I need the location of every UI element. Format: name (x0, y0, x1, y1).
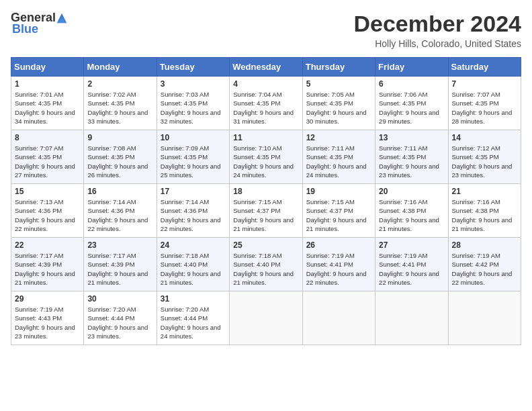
daylight-label: Daylight: 9 hours and 22 minutes. (87, 216, 148, 232)
sunrise-label: Sunrise: 7:14 AM (161, 198, 209, 205)
calendar-day-cell: 24 Sunrise: 7:18 AM Sunset: 4:40 PM Dayl… (157, 238, 229, 291)
calendar-day-cell: 4 Sunrise: 7:04 AM Sunset: 4:35 PM Dayli… (230, 77, 302, 130)
day-number: 13 (379, 133, 444, 142)
daylight-label: Daylight: 9 hours and 25 minutes. (161, 163, 221, 179)
daylight-label: Daylight: 9 hours and 21 minutes. (233, 216, 294, 232)
calendar-day-cell: 27 Sunrise: 7:19 AM Sunset: 4:41 PM Dayl… (375, 238, 448, 291)
day-number: 4 (233, 79, 298, 89)
sunrise-label: Sunrise: 7:16 AM (379, 198, 427, 205)
calendar-week-row: 15 Sunrise: 7:13 AM Sunset: 4:36 PM Dayl… (11, 184, 521, 238)
calendar-table: SundayMondayTuesdayWednesdayThursdayFrid… (11, 57, 521, 345)
day-info: Sunrise: 7:04 AM Sunset: 4:35 PM Dayligh… (233, 90, 298, 126)
sunrise-label: Sunrise: 7:15 AM (306, 198, 355, 205)
calendar-header-sunday: Sunday (11, 58, 84, 77)
sunset-label: Sunset: 4:35 PM (379, 99, 426, 107)
day-number: 20 (379, 187, 444, 196)
calendar-day-cell: 3 Sunrise: 7:03 AM Sunset: 4:35 PM Dayli… (157, 77, 229, 130)
day-info: Sunrise: 7:10 AM Sunset: 4:35 PM Dayligh… (233, 144, 298, 179)
calendar-day-cell: 31 Sunrise: 7:20 AM Sunset: 4:44 PM Dayl… (157, 291, 229, 345)
sunset-label: Sunset: 4:35 PM (15, 99, 62, 107)
calendar-day-cell: 10 Sunrise: 7:09 AM Sunset: 4:35 PM Dayl… (157, 130, 229, 184)
day-number: 27 (379, 240, 444, 250)
calendar-day-cell: 29 Sunrise: 7:19 AM Sunset: 4:43 PM Dayl… (11, 291, 84, 345)
sunrise-label: Sunrise: 7:18 AM (233, 252, 281, 259)
daylight-label: Daylight: 9 hours and 21 minutes. (87, 270, 148, 286)
day-info: Sunrise: 7:13 AM Sunset: 4:36 PM Dayligh… (15, 197, 80, 233)
day-info: Sunrise: 7:19 AM Sunset: 4:42 PM Dayligh… (452, 251, 517, 287)
day-number: 10 (161, 133, 226, 142)
sunset-label: Sunset: 4:36 PM (15, 207, 62, 214)
sunrise-label: Sunrise: 7:08 AM (87, 144, 136, 152)
sunrise-label: Sunrise: 7:07 AM (15, 144, 63, 152)
sunrise-label: Sunrise: 7:02 AM (87, 91, 136, 98)
day-number: 30 (87, 294, 152, 304)
calendar-day-cell: 12 Sunrise: 7:11 AM Sunset: 4:35 PM Dayl… (302, 130, 375, 184)
day-info: Sunrise: 7:01 AM Sunset: 4:35 PM Dayligh… (15, 90, 80, 126)
daylight-label: Daylight: 9 hours and 21 minutes. (306, 216, 367, 232)
sunset-label: Sunset: 4:41 PM (379, 261, 426, 268)
calendar-week-row: 29 Sunrise: 7:19 AM Sunset: 4:43 PM Dayl… (11, 291, 521, 345)
day-info: Sunrise: 7:08 AM Sunset: 4:35 PM Dayligh… (87, 144, 152, 179)
sunrise-label: Sunrise: 7:01 AM (15, 91, 63, 98)
calendar-day-cell: 28 Sunrise: 7:19 AM Sunset: 4:42 PM Dayl… (448, 238, 521, 291)
day-info: Sunrise: 7:20 AM Sunset: 4:44 PM Dayligh… (87, 305, 152, 340)
sunrise-label: Sunrise: 7:10 AM (233, 144, 281, 152)
calendar-empty-cell (448, 291, 521, 345)
calendar-day-cell: 16 Sunrise: 7:14 AM Sunset: 4:36 PM Dayl… (84, 184, 157, 238)
sunrise-label: Sunrise: 7:16 AM (452, 198, 500, 205)
day-info: Sunrise: 7:14 AM Sunset: 4:36 PM Dayligh… (87, 197, 152, 233)
calendar-day-cell: 30 Sunrise: 7:20 AM Sunset: 4:44 PM Dayl… (84, 291, 157, 345)
day-number: 26 (306, 240, 371, 250)
day-info: Sunrise: 7:05 AM Sunset: 4:35 PM Dayligh… (306, 90, 371, 126)
daylight-label: Daylight: 9 hours and 21 minutes. (452, 216, 513, 232)
day-info: Sunrise: 7:09 AM Sunset: 4:35 PM Dayligh… (161, 144, 226, 179)
sunset-label: Sunset: 4:37 PM (233, 207, 280, 214)
day-info: Sunrise: 7:15 AM Sunset: 4:37 PM Dayligh… (233, 197, 298, 233)
day-info: Sunrise: 7:19 AM Sunset: 4:41 PM Dayligh… (306, 251, 371, 287)
day-info: Sunrise: 7:03 AM Sunset: 4:35 PM Dayligh… (161, 90, 226, 126)
sunset-label: Sunset: 4:35 PM (87, 153, 134, 161)
day-info: Sunrise: 7:11 AM Sunset: 4:35 PM Dayligh… (379, 144, 444, 179)
daylight-label: Daylight: 9 hours and 22 minutes. (379, 270, 439, 286)
day-info: Sunrise: 7:07 AM Sunset: 4:35 PM Dayligh… (15, 144, 80, 179)
day-info: Sunrise: 7:20 AM Sunset: 4:44 PM Dayligh… (161, 305, 226, 340)
daylight-label: Daylight: 9 hours and 24 minutes. (306, 163, 367, 179)
day-info: Sunrise: 7:11 AM Sunset: 4:35 PM Dayligh… (306, 144, 371, 179)
calendar-day-cell: 25 Sunrise: 7:18 AM Sunset: 4:40 PM Dayl… (230, 238, 302, 291)
calendar-day-cell: 2 Sunrise: 7:02 AM Sunset: 4:35 PM Dayli… (84, 77, 157, 130)
day-info: Sunrise: 7:02 AM Sunset: 4:35 PM Dayligh… (87, 90, 152, 126)
sunset-label: Sunset: 4:39 PM (87, 261, 134, 268)
sunrise-label: Sunrise: 7:20 AM (161, 306, 209, 313)
daylight-label: Daylight: 9 hours and 33 minutes. (87, 109, 148, 125)
calendar-header-monday: Monday (84, 58, 157, 77)
sunset-label: Sunset: 4:39 PM (15, 261, 62, 268)
sunrise-label: Sunrise: 7:04 AM (233, 91, 281, 98)
day-number: 19 (306, 187, 371, 196)
calendar-day-cell: 20 Sunrise: 7:16 AM Sunset: 4:38 PM Dayl… (375, 184, 448, 238)
day-number: 7 (452, 79, 517, 89)
sunset-label: Sunset: 4:35 PM (161, 99, 208, 107)
sunrise-label: Sunrise: 7:07 AM (452, 91, 500, 98)
title-area: December 2024 Holly Hills, Colorado, Uni… (353, 11, 521, 49)
day-number: 31 (161, 294, 226, 304)
day-number: 29 (15, 294, 80, 304)
sunset-label: Sunset: 4:35 PM (15, 153, 62, 161)
day-number: 23 (87, 240, 152, 250)
day-number: 3 (161, 79, 226, 89)
sunset-label: Sunset: 4:43 PM (15, 314, 62, 322)
daylight-label: Daylight: 9 hours and 22 minutes. (306, 270, 367, 286)
calendar-day-cell: 21 Sunrise: 7:16 AM Sunset: 4:38 PM Dayl… (448, 184, 521, 238)
day-number: 15 (15, 187, 80, 196)
sunset-label: Sunset: 4:38 PM (379, 207, 426, 214)
day-info: Sunrise: 7:18 AM Sunset: 4:40 PM Dayligh… (233, 251, 298, 287)
day-info: Sunrise: 7:19 AM Sunset: 4:41 PM Dayligh… (379, 251, 444, 287)
daylight-label: Daylight: 9 hours and 21 minutes. (161, 270, 221, 286)
daylight-label: Daylight: 9 hours and 21 minutes. (15, 270, 75, 286)
day-number: 25 (233, 240, 298, 250)
calendar-day-cell: 11 Sunrise: 7:10 AM Sunset: 4:35 PM Dayl… (230, 130, 302, 184)
sunrise-label: Sunrise: 7:19 AM (306, 252, 355, 259)
calendar-week-row: 22 Sunrise: 7:17 AM Sunset: 4:39 PM Dayl… (11, 238, 521, 291)
day-info: Sunrise: 7:18 AM Sunset: 4:40 PM Dayligh… (161, 251, 226, 287)
sunset-label: Sunset: 4:35 PM (233, 99, 280, 107)
calendar-week-row: 8 Sunrise: 7:07 AM Sunset: 4:35 PM Dayli… (11, 130, 521, 184)
